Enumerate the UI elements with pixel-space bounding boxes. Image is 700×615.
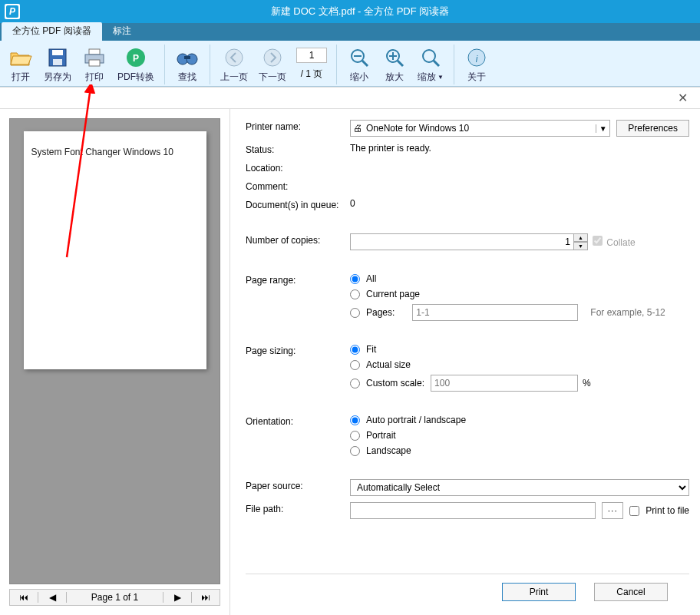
- saveas-button[interactable]: 另存为: [38, 43, 77, 86]
- range-pages-input[interactable]: [412, 304, 578, 321]
- preview-frame: System Font Changer Windows 10: [9, 118, 220, 584]
- pdf-convert-icon: P: [124, 45, 148, 70]
- printer-small-icon: 🖨: [351, 123, 365, 134]
- copies-spin-up[interactable]: ▲: [574, 233, 588, 242]
- page-indicator: 1 / 1 页: [292, 43, 332, 86]
- find-button[interactable]: 查找: [170, 43, 205, 86]
- copies-spin-down[interactable]: ▼: [574, 242, 588, 250]
- convert-button[interactable]: P PDF转换: [112, 43, 160, 86]
- copies-label: Number of copies:: [246, 233, 348, 246]
- tab-main[interactable]: 全方位 PDF 阅读器: [2, 22, 102, 41]
- orientation-portrait-radio[interactable]: Portrait: [350, 430, 689, 441]
- copies-input[interactable]: [350, 233, 574, 250]
- page-range-label: Page range:: [246, 273, 348, 286]
- printer-name-label: Printer name:: [246, 120, 348, 132]
- svg-rect-12: [184, 56, 190, 59]
- dialog-footer: Print Cancel: [246, 574, 689, 609]
- binoculars-icon: [175, 45, 200, 70]
- tab-annotate[interactable]: 标注: [102, 22, 142, 41]
- folder-open-icon: [8, 45, 33, 70]
- svg-line-23: [434, 61, 439, 66]
- ribbon-toolbar: 打开 另存为 打印 P PDF转换 查找 上一页 下一页: [0, 41, 700, 87]
- page-number-input[interactable]: 1: [296, 48, 327, 63]
- print-dialog: ✕ System Font Changer Windows 10 ⏮ ◀ Pag…: [0, 87, 700, 615]
- status-value: The printer is ready.: [350, 143, 689, 154]
- first-page-button[interactable]: ⏮: [10, 590, 38, 605]
- arrow-right-icon: [260, 45, 285, 70]
- zoom-in-button[interactable]: 放大: [377, 43, 412, 86]
- zoom-out-button[interactable]: 缩小: [342, 43, 377, 86]
- zoom-button[interactable]: 缩放 ▼: [412, 43, 449, 86]
- sizing-actual-radio[interactable]: Actual size: [350, 359, 689, 370]
- window-title: 新建 DOC 文档.pdf - 全方位 PDF 阅读器: [25, 5, 695, 18]
- print-preview-pane: System Font Changer Windows 10 ⏮ ◀ Page …: [0, 109, 230, 615]
- file-path-input[interactable]: [350, 502, 596, 519]
- percent-label: %: [583, 378, 591, 389]
- svg-point-22: [423, 50, 435, 62]
- printer-icon: [82, 45, 107, 70]
- svg-line-21: [398, 61, 403, 66]
- preview-nav: ⏮ ◀ Page 1 of 1 ▶ ⏭: [9, 589, 220, 606]
- close-button[interactable]: ✕: [673, 89, 692, 107]
- custom-scale-input[interactable]: [431, 375, 578, 392]
- sizing-fit-radio[interactable]: Fit: [350, 344, 689, 355]
- svg-rect-4: [53, 59, 62, 65]
- orientation-auto-radio[interactable]: Auto portrait / landscape: [350, 415, 689, 425]
- next-preview-button[interactable]: ▶: [163, 590, 191, 605]
- range-current-radio[interactable]: Current page: [350, 289, 689, 299]
- chevron-down-icon[interactable]: ▼: [596, 124, 609, 133]
- open-button[interactable]: 打开: [3, 43, 38, 86]
- svg-rect-5: [89, 49, 100, 55]
- print-to-file-checkbox[interactable]: Print to file: [629, 505, 689, 516]
- svg-text:i: i: [476, 54, 478, 64]
- printer-select[interactable]: 🖨 OneNote for Windows 10 ▼: [350, 120, 610, 137]
- app-logo-icon: P: [5, 4, 20, 19]
- info-icon: i: [464, 45, 489, 70]
- print-confirm-button[interactable]: Print: [502, 583, 576, 601]
- zoom-in-icon: [382, 45, 407, 70]
- page-sizing-label: Page sizing:: [246, 344, 348, 356]
- window-title-bar: P 新建 DOC 文档.pdf - 全方位 PDF 阅读器: [0, 0, 700, 23]
- paper-source-label: Paper source:: [246, 479, 348, 491]
- comment-label: Comment:: [246, 180, 348, 192]
- collate-checkbox: Collate: [593, 236, 636, 248]
- location-label: Location:: [246, 161, 348, 174]
- svg-point-13: [226, 49, 243, 66]
- orientation-label: Orientation:: [246, 415, 348, 427]
- tab-bar: 全方位 PDF 阅读器 标注: [0, 23, 700, 41]
- preview-page: System Font Changer Windows 10: [24, 131, 206, 369]
- zoom-icon: [418, 45, 443, 70]
- svg-point-14: [264, 49, 281, 66]
- zoom-out-icon: [347, 45, 371, 70]
- svg-line-17: [362, 61, 368, 66]
- paper-source-select[interactable]: Automatically Select: [350, 479, 689, 496]
- prev-page-button[interactable]: 上一页: [215, 43, 253, 86]
- range-hint: For example, 5-12: [590, 307, 665, 318]
- print-settings-pane: Printer name: 🖨 OneNote for Windows 10 ▼…: [230, 109, 700, 615]
- chevron-down-icon: ▼: [438, 74, 444, 81]
- status-label: Status:: [246, 143, 348, 155]
- range-pages-radio[interactable]: Pages:: [350, 307, 395, 318]
- svg-rect-3: [52, 50, 63, 55]
- queue-value: 0: [350, 198, 689, 209]
- svg-rect-7: [89, 60, 100, 66]
- prev-preview-button[interactable]: ◀: [38, 590, 66, 605]
- preferences-button[interactable]: Preferences: [616, 120, 689, 137]
- browse-button[interactable]: ···: [602, 502, 623, 519]
- range-all-radio[interactable]: All: [350, 273, 689, 284]
- file-path-label: File path:: [246, 502, 348, 514]
- last-page-button[interactable]: ⏭: [192, 590, 220, 605]
- next-page-button[interactable]: 下一页: [253, 43, 292, 86]
- print-button[interactable]: 打印: [77, 43, 112, 86]
- svg-text:P: P: [133, 53, 139, 64]
- floppy-icon: [45, 45, 70, 70]
- svg-text:P: P: [9, 6, 16, 17]
- about-button[interactable]: i 关于: [459, 43, 494, 86]
- queue-label: Document(s) in queue:: [246, 198, 348, 210]
- sizing-custom-radio[interactable]: Custom scale:: [350, 378, 424, 389]
- arrow-left-icon: [222, 45, 246, 70]
- orientation-landscape-radio[interactable]: Landscape: [350, 445, 689, 456]
- cancel-button[interactable]: Cancel: [594, 583, 668, 601]
- preview-page-label: Page 1 of 1: [67, 592, 163, 603]
